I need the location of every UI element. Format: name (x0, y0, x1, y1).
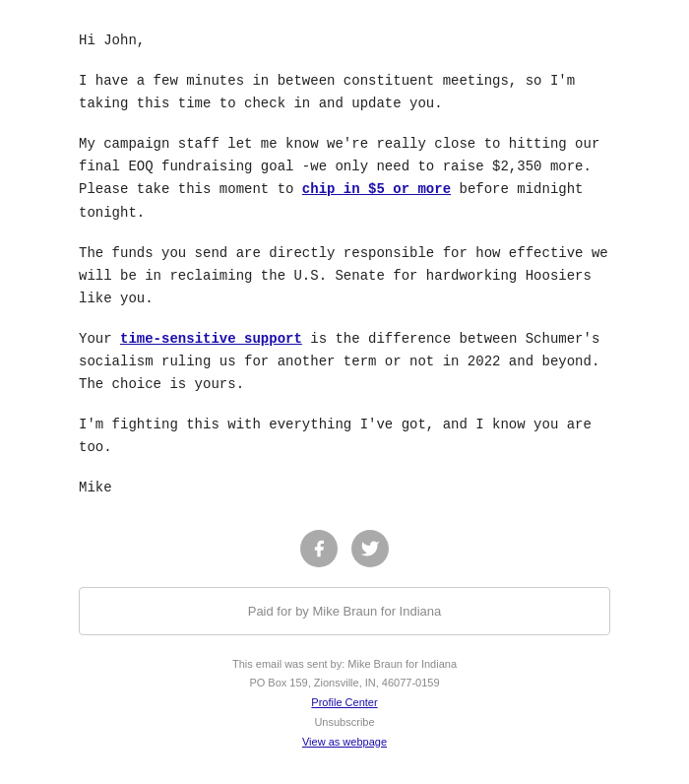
paragraph-5: I'm fighting this with everything I've g… (79, 414, 610, 459)
footer-unsubscribe-text: Unsubscribe (79, 713, 610, 733)
facebook-icon[interactable] (300, 530, 338, 567)
paragraph-5-text: I'm fighting this with everything I've g… (79, 417, 592, 455)
chip-in-link[interactable]: chip in $5 or more (302, 181, 451, 197)
paid-for-text: Paid for by Mike Braun for Indiana (248, 604, 442, 619)
paragraph-1-text: I have a few minutes in between constitu… (79, 73, 575, 111)
paid-for-box: Paid for by Mike Braun for Indiana (79, 587, 610, 635)
view-webpage-link[interactable]: View as webpage (302, 736, 387, 748)
paragraph-4-part1: Your (79, 331, 120, 347)
paragraph-3: The funds you send are directly responsi… (79, 242, 610, 310)
paragraph-1: I have a few minutes in between constitu… (79, 70, 610, 115)
greeting-text: Hi John, (79, 33, 145, 48)
paragraph-2: My campaign staff let me know we're real… (79, 133, 610, 224)
email-container: Hi John, I have a few minutes in between… (0, 0, 689, 784)
time-sensitive-support-link[interactable]: time-sensitive support (120, 331, 302, 347)
signature-text: Mike (79, 480, 112, 495)
twitter-icon[interactable] (351, 530, 389, 567)
signature-paragraph: Mike (79, 477, 610, 499)
social-section (79, 530, 610, 567)
email-body: Hi John, I have a few minutes in between… (79, 30, 610, 500)
footer-line1: This email was sent by: Mike Braun for I… (79, 655, 610, 675)
profile-center-link[interactable]: Profile Center (311, 696, 377, 708)
paragraph-4: Your time-sensitive support is the diffe… (79, 328, 610, 396)
footer-line2: PO Box 159, Zionsville, IN, 46077-0159 (79, 674, 610, 693)
greeting-paragraph: Hi John, (79, 30, 610, 52)
footer-section: This email was sent by: Mike Braun for I… (79, 655, 610, 752)
paragraph-3-text: The funds you send are directly responsi… (79, 245, 608, 306)
